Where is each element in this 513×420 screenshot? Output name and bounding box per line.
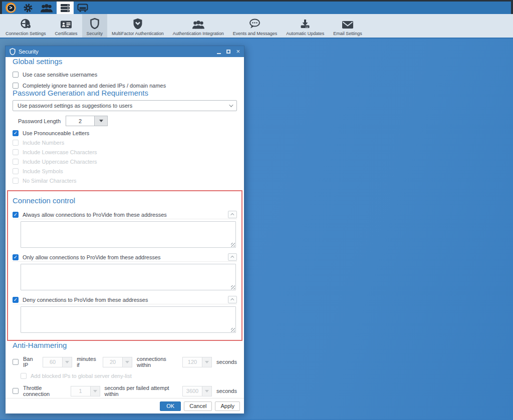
throttle-window-combobox: 3600 [182,386,212,396]
resize-grip-icon[interactable] [231,243,235,247]
combobox-value: 2 [66,116,95,126]
ban-ip-row: Ban IP 60 minutes if 20 connections with… [13,356,237,368]
triangle-down-icon [205,361,209,363]
storage-menu-button[interactable] [74,2,92,14]
tab-authentication-integration[interactable]: Authentication Integration [168,14,228,38]
static-text: seconds [216,388,237,394]
server-stack-icon [60,3,70,13]
checkbox-label: Deny connections to ProVide from these a… [23,297,148,303]
dialog-body: Global settings Use case sensitive usern… [6,57,244,413]
checkbox-label: Completely ignore banned and denied IPs … [23,83,166,89]
pronounceable-checkbox[interactable]: ✓ [13,130,19,136]
static-text: connections within [137,356,178,368]
settings-menu-button[interactable] [20,2,37,14]
settings-toolbar: Connection Settings Certificates Securit… [0,14,513,39]
tab-certificates[interactable]: Certificates [51,14,82,38]
users-menu-button[interactable] [37,2,57,14]
password-mode-select[interactable]: Use password settings as suggestions to … [13,100,237,111]
section-heading-password: Password Generation and Requirements [13,89,237,98]
checkbox-label: Only allow connections to ProVide from t… [23,254,161,260]
combobox-dropdown-button[interactable] [95,116,108,126]
security-dialog: Security × Global settings Use case sens… [5,46,244,413]
shield-chevron-icon [133,17,143,29]
no-similar-checkbox [13,178,19,184]
dialog-titlebar[interactable]: Security × [6,46,244,57]
shield-icon [90,17,99,29]
ban-minutes-combobox: 60 [43,357,72,367]
deny-checkbox[interactable]: ✓ [13,297,19,303]
tab-label: Email Settings [333,31,362,36]
password-length-label: Password Length [18,118,61,124]
chat-bubble-icon [249,17,261,29]
tab-email-settings[interactable]: Email Settings [329,14,367,38]
section-heading-global-settings: Global settings [13,57,237,66]
tab-multifactor-authentication[interactable]: MultiFactor Authentication [107,14,168,38]
combobox-value: 1 [71,386,91,396]
tab-label: Authentication Integration [173,31,224,36]
throttle-checkbox[interactable] [13,388,19,394]
combobox-value: 3600 [182,386,202,396]
include-uppercase-checkbox [13,159,19,165]
always-allow-addresses-textarea[interactable] [21,221,236,248]
tab-security[interactable]: Security [82,14,108,38]
always-allow-checkbox[interactable]: ✓ [13,212,19,218]
checkbox-label: Use case sensitive usernames [23,72,97,78]
tab-events-and-messages[interactable]: Events and Messages [228,14,282,38]
close-button[interactable]: × [236,48,240,55]
apply-button[interactable]: Apply [215,401,240,411]
minimize-button[interactable] [217,53,221,54]
tab-label: Certificates [55,31,78,36]
checkbox-row-include-lowercase: Include Lowercase Characters [13,149,237,155]
checkbox-row-ignore-banned: Completely ignore banned and denied IPs … [13,83,237,89]
maximize-button[interactable] [226,50,230,54]
collapse-button[interactable] [228,296,237,303]
only-allow-textarea-wrap [21,264,236,290]
resize-grip-icon[interactable] [231,285,235,289]
app-logo: > [2,2,20,14]
deny-row: ✓ Deny connections to ProVide from these… [13,295,237,304]
dialog-footer: OK Cancel Apply [6,398,244,413]
collapse-button[interactable] [228,211,237,218]
cancel-button[interactable]: Cancel [184,401,212,411]
ignore-banned-checkbox[interactable] [13,83,19,89]
deny-addresses-textarea[interactable] [21,306,236,333]
tab-label: MultiFactor Authentication [112,31,164,36]
checkbox-row-deny-list: Add blocked IPs to global server deny-li… [21,373,237,379]
ok-button[interactable]: OK [160,401,181,411]
checkbox-label: No Similar Characters [23,178,77,184]
select-value: Use password settings as suggestions to … [18,103,132,109]
tab-label: Events and Messages [233,31,278,36]
ban-ip-checkbox[interactable] [13,359,19,365]
tab-label: Security [87,31,103,36]
chevron-down-icon [229,103,233,107]
password-length-row: Password Length 2 [13,116,237,126]
case-sensitive-checkbox[interactable] [13,72,19,78]
chevron-up-icon [230,256,234,259]
tab-label: Connection Settings [6,31,46,36]
static-text: minutes if [77,356,98,368]
checkbox-label: Include Numbers [23,140,64,146]
collapse-button[interactable] [228,253,237,261]
static-text: seconds [216,359,237,365]
globe-wrench-icon [20,17,31,29]
checkbox-label: Include Symbols [23,168,63,174]
only-allow-addresses-textarea[interactable] [21,264,236,290]
password-length-combobox[interactable]: 2 [66,116,108,126]
server-menu-button-active[interactable] [57,2,74,14]
only-allow-checkbox[interactable]: ✓ [13,254,19,260]
chevron-up-icon [230,298,234,302]
section-heading-connection-control: Connection control [13,196,237,205]
checkbox-row-case-sensitive: Use case sensitive usernames [13,72,237,78]
tab-automatic-updates[interactable]: Automatic Updates [282,14,329,38]
provide-logo-icon: > [6,3,16,13]
tab-connection-settings[interactable]: Connection Settings [1,14,51,38]
resize-grip-icon[interactable] [231,328,235,332]
ban-ip-label: Ban IP [23,356,38,368]
combobox-dropdown-button [63,357,72,367]
throttle-label: Throttle connection [23,385,66,397]
combobox-dropdown-button [123,357,132,367]
checkbox-label: Add blocked IPs to global server deny-li… [31,373,132,379]
triangle-down-icon [99,120,103,122]
checkbox-label: Include Lowercase Characters [23,149,97,155]
chevron-up-icon [230,213,234,217]
